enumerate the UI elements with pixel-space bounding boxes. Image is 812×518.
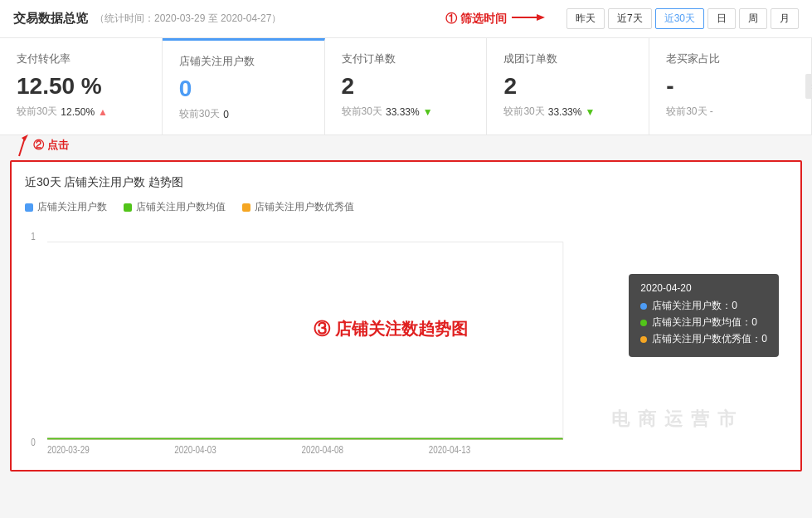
metric-label-conversion: 支付转化率: [17, 51, 145, 66]
svg-text:0: 0: [31, 437, 36, 447]
down-arrow-icon: ▼: [423, 106, 433, 118]
header-subtitle: （统计时间：2020-03-29 至 2020-04-27）: [95, 12, 281, 26]
time-filter: 昨天 近7天 近30天 日 周 月: [566, 8, 799, 29]
metric-card-old-buyers[interactable]: 老买家占比 - 较前30天 -: [649, 38, 812, 134]
metric-card-conversion[interactable]: 支付转化率 12.50 % 较前30天 12.50% ▲ ② 点击: [0, 38, 163, 134]
metric-label-orders: 支付订单数: [342, 51, 470, 66]
legend-label-excellent: 店铺关注用户数优秀值: [255, 200, 354, 214]
tooltip-row-followers: 店铺关注用户数：0: [640, 299, 767, 313]
svg-text:1: 1: [31, 232, 36, 242]
legend-dot-green: [124, 203, 132, 212]
svg-text:2020-03-29: 2020-03-29: [47, 444, 90, 455]
metric-compare-old-buyers: 较前30天 -: [666, 105, 795, 119]
metric-value-group-orders: 2: [503, 73, 632, 100]
metric-card-group-orders[interactable]: 成团订单数 2 较前30天 33.33% ▼: [487, 38, 649, 134]
chart-section: 近30天 店铺关注用户数 趋势图 店铺关注用户数 店铺关注用户数均值 店铺关注用…: [10, 160, 802, 472]
svg-text:2020-04-13: 2020-04-13: [429, 444, 471, 455]
time-btn-30days[interactable]: 近30天: [655, 8, 704, 29]
page-container: 交易数据总览 （统计时间：2020-03-29 至 2020-04-27） ① …: [0, 0, 812, 472]
annotation-2-arrow-icon: [7, 133, 32, 158]
annotation-2: ② 点击: [7, 133, 69, 158]
legend-dot-yellow: [242, 203, 250, 212]
legend-label-followers: 店铺关注用户数: [37, 200, 107, 214]
metric-value-conversion: 12.50 %: [17, 73, 145, 100]
chart-section-wrapper: 近30天 店铺关注用户数 趋势图 店铺关注用户数 店铺关注用户数均值 店铺关注用…: [0, 160, 812, 472]
metric-label-group-orders: 成团订单数: [503, 51, 632, 66]
up-arrow-icon: ▲: [98, 106, 108, 118]
metric-compare-orders: 较前30天 33.33% ▼: [342, 105, 470, 119]
tooltip-dot-yellow: [640, 336, 647, 343]
legend-item-avg: 店铺关注用户数均值: [124, 200, 226, 214]
time-btn-7days[interactable]: 近7天: [608, 8, 652, 29]
annotation-1: ① 筛选时间: [445, 11, 550, 27]
metrics-row: 支付转化率 12.50 % 较前30天 12.50% ▲ ② 点击 店铺关注用户…: [0, 38, 812, 135]
page-header: 交易数据总览 （统计时间：2020-03-29 至 2020-04-27） ① …: [0, 0, 812, 38]
metric-card-followers[interactable]: 店铺关注用户数 0 较前30天 0: [163, 38, 325, 134]
metric-label-followers: 店铺关注用户数: [179, 54, 308, 69]
tooltip-row-excellent: 店铺关注用户数优秀值：0: [640, 332, 767, 346]
legend-item-excellent: 店铺关注用户数优秀值: [242, 200, 354, 214]
metric-label-old-buyers: 老买家占比: [666, 51, 795, 66]
legend-dot-blue: [25, 203, 33, 212]
down-arrow-icon-2: ▼: [585, 106, 595, 118]
chart-svg: 1 0 2020-03-29 2020-04-03 2020-04-08: [25, 224, 638, 457]
time-btn-yesterday[interactable]: 昨天: [566, 8, 605, 29]
chart-area: ③ 店铺关注数趋势图 1 0 20: [25, 224, 787, 457]
time-btn-day[interactable]: 日: [707, 8, 736, 29]
chevron-right-button[interactable]: ›: [805, 74, 812, 99]
chart-legend: 店铺关注用户数 店铺关注用户数均值 店铺关注用户数优秀值: [25, 200, 787, 214]
tooltip-dot-blue: [640, 303, 647, 310]
metric-value-orders: 2: [342, 73, 470, 100]
svg-text:2020-04-08: 2020-04-08: [301, 444, 343, 455]
tooltip-dot-green: [640, 320, 647, 326]
chart-title: 近30天 店铺关注用户数 趋势图: [25, 175, 787, 190]
legend-label-avg: 店铺关注用户数均值: [136, 200, 226, 214]
svg-line-2: [19, 138, 25, 156]
metric-card-orders[interactable]: 支付订单数 2 较前30天 33.33% ▼: [325, 38, 488, 134]
annotation-1-label: ① 筛选时间: [445, 12, 507, 27]
svg-marker-3: [22, 134, 28, 141]
metric-compare-followers: 较前30天 0: [179, 107, 308, 121]
metric-compare-conversion: 较前30天 12.50% ▲: [17, 105, 145, 119]
page-title: 交易数据总览: [13, 11, 88, 27]
metric-compare-group-orders: 较前30天 33.33% ▼: [503, 105, 632, 119]
tooltip-row-avg: 店铺关注用户数均值：0: [640, 315, 767, 330]
metric-value-old-buyers: -: [666, 73, 795, 100]
chart-tooltip: 2020-04-20 店铺关注用户数：0 店铺关注用户数均值：0 店铺关注用户数…: [629, 274, 779, 357]
svg-text:2020-04-03: 2020-04-03: [174, 444, 216, 455]
metric-value-followers: 0: [179, 76, 308, 102]
header-right: ① 筛选时间 昨天 近7天 近30天 日 周 月: [445, 8, 799, 29]
time-btn-month[interactable]: 月: [771, 8, 799, 29]
tooltip-date: 2020-04-20: [640, 282, 767, 294]
legend-item-followers: 店铺关注用户数: [25, 200, 107, 214]
annotation-2-label: ② 点击: [33, 138, 69, 153]
svg-marker-1: [537, 14, 545, 21]
time-btn-week[interactable]: 周: [739, 8, 767, 29]
arrow-icon: [512, 11, 545, 27]
